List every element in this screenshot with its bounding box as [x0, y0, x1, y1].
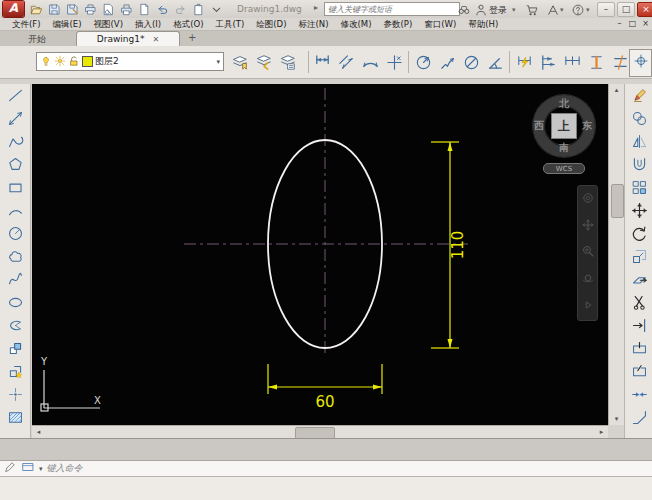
doc-close-button[interactable]: ×	[640, 19, 651, 30]
plot-icon[interactable]	[83, 2, 98, 17]
spline-icon[interactable]	[0, 268, 30, 291]
layer-color-swatch[interactable]	[82, 56, 93, 67]
drawing-canvas[interactable]: 110 60 Y X 北 西 东 南 上 WCS	[32, 84, 608, 425]
viewcube-east[interactable]: 东	[582, 119, 592, 133]
menu-item-8[interactable]: 修改(M)	[334, 18, 377, 30]
scroll-right-icon[interactable]: ▸	[595, 426, 608, 438]
polyline-icon[interactable]	[0, 130, 30, 153]
revision-cloud-icon[interactable]	[0, 245, 30, 268]
vertical-scrollbar[interactable]: ▴ ▾	[608, 84, 624, 425]
wcs-button[interactable]: WCS	[543, 163, 585, 174]
search-icon[interactable]	[456, 2, 471, 17]
dim-aligned-icon[interactable]	[334, 50, 358, 74]
tab-start[interactable]: 开始	[8, 32, 66, 46]
nav-motion-icon[interactable]	[581, 297, 595, 316]
center-mark-button[interactable]	[629, 49, 652, 77]
viewcube-top-face[interactable]: 上	[551, 113, 577, 139]
extend-icon[interactable]	[625, 314, 652, 337]
nav-zoom-icon[interactable]	[581, 243, 595, 262]
construction-line-icon[interactable]	[0, 107, 30, 130]
join-icon[interactable]	[625, 383, 652, 406]
circle-icon[interactable]	[0, 222, 30, 245]
paste-icon[interactable]	[191, 2, 206, 17]
dim-diameter-icon[interactable]	[459, 50, 483, 74]
nav-pan-icon[interactable]	[581, 217, 595, 236]
layer-dropdown-caret-icon[interactable]: ▾	[216, 58, 220, 66]
scroll-down-icon[interactable]: ▾	[610, 413, 623, 425]
horizontal-dimension[interactable]: 60	[268, 364, 382, 411]
command-input-placeholder[interactable]: 键入命令	[47, 462, 83, 475]
erase-icon[interactable]	[625, 84, 652, 107]
menu-item-5[interactable]: 工具(T)	[209, 18, 250, 30]
title-expand-icon[interactable]: ▸	[314, 3, 318, 12]
undo-icon[interactable]	[155, 2, 170, 17]
copy-icon[interactable]	[625, 107, 652, 130]
scroll-up-icon[interactable]: ▴	[610, 84, 623, 96]
signin-button[interactable]: 登录	[489, 4, 507, 17]
rectangle-icon[interactable]	[0, 176, 30, 199]
menu-item-4[interactable]: 格式(O)	[167, 18, 209, 30]
dim-linear-icon[interactable]	[310, 50, 334, 74]
menu-item-0[interactable]: 文件(F)	[6, 18, 47, 30]
vertical-dimension[interactable]: 110	[431, 142, 467, 348]
app-store-caret-icon[interactable]: ▾	[560, 6, 564, 14]
dim-arc-length-icon[interactable]	[358, 50, 382, 74]
layer-on-icon[interactable]	[40, 52, 52, 71]
menu-item-1[interactable]: 编辑(E)	[47, 18, 88, 30]
help-icon[interactable]	[570, 2, 585, 17]
polygon-icon[interactable]	[0, 153, 30, 176]
make-block-icon[interactable]	[0, 360, 30, 383]
nav-wheel-icon[interactable]	[581, 190, 595, 209]
save-icon[interactable]	[47, 2, 62, 17]
center-mark-icon[interactable]	[633, 53, 649, 73]
menu-item-10[interactable]: 窗口(W)	[418, 18, 462, 30]
viewcube-north[interactable]: 北	[555, 97, 573, 111]
open-icon[interactable]	[29, 2, 44, 17]
menu-item-9[interactable]: 参数(P)	[377, 18, 418, 30]
match-layer-icon[interactable]	[228, 50, 252, 74]
hatch-icon[interactable]	[0, 406, 30, 429]
cart-icon[interactable]	[524, 2, 539, 17]
dim-text-vertical[interactable]: 110	[449, 231, 467, 260]
menu-item-7[interactable]: 标注(N)	[292, 18, 334, 30]
dim-radius-icon[interactable]	[411, 50, 435, 74]
dim-jogged-icon[interactable]	[435, 50, 459, 74]
print-icon[interactable]	[119, 2, 134, 17]
vscroll-thumb[interactable]	[611, 184, 624, 218]
dim-space-icon[interactable]	[584, 50, 608, 74]
menu-item-6[interactable]: 绘图(D)	[250, 18, 292, 30]
command-input-row[interactable]: ▾ 键入命令	[0, 460, 652, 476]
layer-thaw-icon[interactable]	[54, 52, 66, 71]
scroll-left-icon[interactable]: ◂	[32, 426, 45, 438]
tab-close-icon[interactable]: ✕	[152, 35, 159, 44]
menu-item-2[interactable]: 视图(V)	[88, 18, 129, 30]
layer-previous-icon[interactable]	[252, 50, 276, 74]
chamfer-icon[interactable]	[625, 406, 652, 429]
help-caret-icon[interactable]: ▾	[586, 6, 590, 14]
menu-item-11[interactable]: 帮助(H)	[462, 18, 504, 30]
arc-icon[interactable]	[0, 199, 30, 222]
dim-text-horizontal[interactable]: 60	[315, 393, 334, 411]
layer-state-manager-icon[interactable]	[276, 50, 300, 74]
maximize-button[interactable]: □	[617, 2, 635, 17]
doc-minimize-button[interactable]: –	[614, 19, 625, 30]
search-input[interactable]	[324, 2, 460, 16]
insert-block-icon[interactable]	[0, 337, 30, 360]
ellipse-icon[interactable]	[0, 291, 30, 314]
redo-icon[interactable]	[173, 2, 188, 17]
close-button[interactable]: ×	[637, 2, 652, 17]
rotate-icon[interactable]	[625, 222, 652, 245]
plot-preview-icon[interactable]	[101, 2, 116, 17]
ellipse-arc-icon[interactable]	[0, 314, 30, 337]
trim-icon[interactable]	[625, 291, 652, 314]
quick-dimension-icon[interactable]	[512, 50, 536, 74]
dim-baseline-icon[interactable]	[536, 50, 560, 74]
dim-continue-icon[interactable]	[560, 50, 584, 74]
layer-dropdown[interactable]: 图层2 ▾	[36, 52, 224, 71]
command-caret-icon[interactable]: ▾	[39, 465, 43, 473]
point-icon[interactable]	[0, 383, 30, 406]
viewcube-south[interactable]: 南	[555, 141, 573, 155]
menu-item-3[interactable]: 插入(I)	[129, 18, 167, 30]
break-icon[interactable]	[625, 360, 652, 383]
customize-quick-access-icon[interactable]	[209, 2, 224, 17]
